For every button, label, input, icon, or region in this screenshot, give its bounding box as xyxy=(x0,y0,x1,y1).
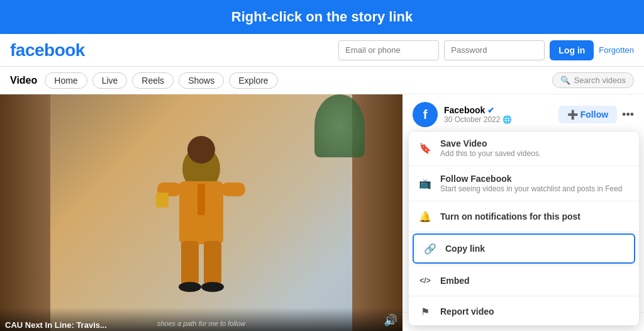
person-figure xyxy=(138,131,264,307)
copy-link-title: Copy link xyxy=(445,244,625,254)
follow-facebook-icon: 📺 xyxy=(418,176,433,191)
report-icon: ⚑ xyxy=(418,304,433,319)
svg-point-1 xyxy=(187,136,215,164)
page-name-text: Facebook xyxy=(444,105,485,115)
auth-section: Log in Forgotten xyxy=(338,40,634,60)
menu-item-save-video[interactable]: 🔖 Save Video Add this to your saved vide… xyxy=(409,132,639,164)
follow-facebook-title: Follow Facebook xyxy=(440,174,630,184)
menu-divider-3 xyxy=(409,232,639,232)
video-player[interactable]: CAU Next In Line: Travis... 🔊 shoes a pa… xyxy=(0,94,402,331)
post-actions: ➕ Follow ••• xyxy=(558,106,634,123)
notifications-icon: 🔔 xyxy=(418,209,433,224)
svg-point-8 xyxy=(201,282,224,292)
search-icon: 🔍 xyxy=(560,76,570,85)
search-placeholder: Search videos xyxy=(574,76,626,85)
forgotten-link[interactable]: Forgotten xyxy=(599,45,634,55)
follow-label: Follow xyxy=(580,109,608,120)
video-caption: shoes a path for me to follow xyxy=(157,320,246,327)
menu-item-notifications[interactable]: 🔔 Turn on notifications for this post xyxy=(409,203,639,230)
save-video-icon: 🔖 xyxy=(418,141,433,156)
embed-content: Embed xyxy=(440,276,630,286)
copy-link-content: Copy link xyxy=(445,244,625,254)
menu-divider-2 xyxy=(409,201,639,201)
report-title: Report video xyxy=(440,306,630,317)
svg-point-7 xyxy=(179,282,201,292)
follow-button[interactable]: ➕ Follow xyxy=(558,106,617,123)
svg-rect-4 xyxy=(204,241,221,285)
save-video-content: Save Video Add this to your saved videos… xyxy=(440,138,630,158)
post-date-text: 30 October 2022 xyxy=(444,115,500,124)
post-header: f Facebook ✔ 30 October 2022 🌐 ➕ Follow … xyxy=(402,94,644,132)
nav-pill-explore[interactable]: Explore xyxy=(229,72,277,89)
svg-rect-6 xyxy=(221,182,245,196)
follow-facebook-desc: Start seeing videos in your watchlist an… xyxy=(440,184,630,193)
report-content: Report video xyxy=(440,306,630,317)
video-navbar: Video Home Live Reels Shows Explore 🔍 Se… xyxy=(0,67,644,94)
post-page-name: Facebook ✔ xyxy=(444,105,552,115)
embed-title: Embed xyxy=(440,276,630,286)
video-section-label: Video xyxy=(10,75,37,86)
embed-icon: </> xyxy=(418,273,433,288)
copy-link-icon: 🔗 xyxy=(423,241,438,256)
menu-item-embed[interactable]: </> Embed xyxy=(409,267,639,295)
follow-facebook-content: Follow Facebook Start seeing videos in y… xyxy=(440,174,630,193)
curtain-left xyxy=(0,94,50,331)
svg-rect-10 xyxy=(197,184,205,215)
nav-pill-reels[interactable]: Reels xyxy=(132,72,174,89)
facebook-navbar: facebook Log in Forgotten xyxy=(0,34,644,67)
globe-icon: 🌐 xyxy=(502,115,512,124)
post-date: 30 October 2022 🌐 xyxy=(444,115,552,124)
menu-item-follow-facebook[interactable]: 📺 Follow Facebook Start seeing videos in… xyxy=(409,167,639,199)
email-input[interactable] xyxy=(338,40,439,60)
post-meta: Facebook ✔ 30 October 2022 🌐 xyxy=(444,105,552,124)
instruction-banner: Right-click on the story link xyxy=(0,0,644,34)
save-video-title: Save Video xyxy=(440,138,630,149)
search-videos-box[interactable]: 🔍 Search videos xyxy=(552,72,634,88)
menu-item-report[interactable]: ⚑ Report video xyxy=(409,298,639,325)
volume-icon[interactable]: 🔊 xyxy=(384,313,397,327)
save-video-desc: Add this to your saved videos. xyxy=(440,149,630,158)
follow-icon: ➕ xyxy=(567,109,578,120)
notifications-content: Turn on notifications for this post xyxy=(440,211,630,222)
svg-rect-9 xyxy=(156,193,169,208)
main-content-area: CAU Next In Line: Travis... 🔊 shoes a pa… xyxy=(0,94,644,331)
verified-badge: ✔ xyxy=(487,106,494,115)
nav-pill-shows[interactable]: Shows xyxy=(179,72,224,89)
more-options-button[interactable]: ••• xyxy=(622,108,634,121)
svg-rect-3 xyxy=(181,241,199,285)
page-avatar: f xyxy=(413,102,438,127)
context-menu: ➤ 🔖 Save Video Add this to your saved vi… xyxy=(409,132,639,325)
password-input[interactable] xyxy=(444,40,545,60)
menu-divider-5 xyxy=(409,296,639,296)
menu-item-copy-link[interactable]: 🔗 Copy link xyxy=(413,233,635,264)
nav-pill-live[interactable]: Live xyxy=(92,72,128,89)
login-button[interactable]: Log in xyxy=(550,40,594,60)
nav-pill-home[interactable]: Home xyxy=(45,72,87,89)
facebook-logo: facebook xyxy=(10,40,85,60)
banner-text: Right-click on the story link xyxy=(231,9,413,25)
notifications-title: Turn on notifications for this post xyxy=(440,211,630,222)
right-panel: f Facebook ✔ 30 October 2022 🌐 ➕ Follow … xyxy=(402,94,644,331)
video-thumbnail xyxy=(0,94,402,331)
menu-divider-4 xyxy=(409,265,639,266)
menu-divider-1 xyxy=(409,166,639,166)
plant-decoration xyxy=(314,94,365,157)
